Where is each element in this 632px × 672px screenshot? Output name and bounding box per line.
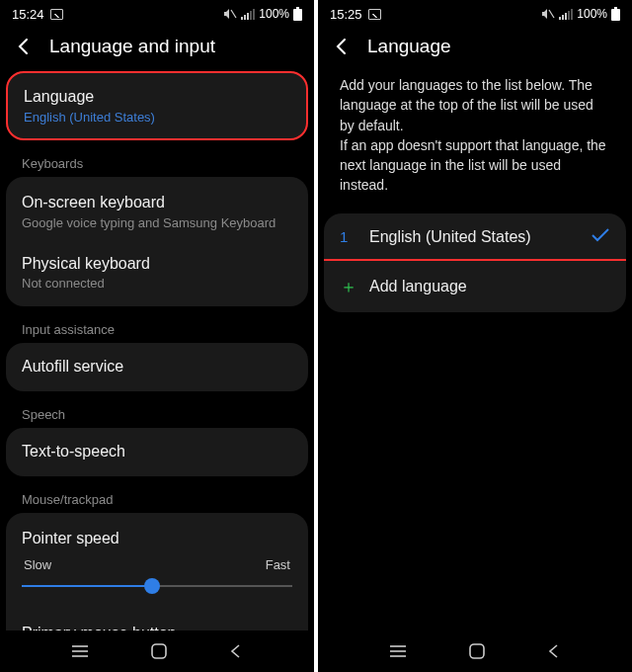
svg-rect-7 xyxy=(296,7,299,9)
add-language-label: Add language xyxy=(369,278,467,295)
row-title: Primary mouse button xyxy=(22,624,292,630)
section-speech: Speech xyxy=(6,397,308,428)
battery-icon xyxy=(293,7,302,21)
section-mouse: Mouse/trackpad xyxy=(6,482,308,513)
mute-icon xyxy=(541,8,555,20)
header: Language xyxy=(318,28,632,71)
tts-row[interactable]: Text-to-speech xyxy=(6,428,308,476)
battery-icon xyxy=(611,7,620,21)
signal-icon xyxy=(559,9,573,20)
language-name: English (United States) xyxy=(369,228,531,246)
row-title: Physical keyboard xyxy=(22,254,292,275)
page-title: Language and input xyxy=(49,36,215,57)
row-sub: Google voice typing and Samsung Keyboard xyxy=(22,215,292,230)
svg-rect-16 xyxy=(568,11,570,20)
page-title: Language xyxy=(367,36,451,57)
nav-bar xyxy=(0,630,314,672)
pointer-slider[interactable] xyxy=(22,576,292,596)
home-icon[interactable] xyxy=(468,642,486,660)
signal-icon xyxy=(241,9,255,20)
header: Language and input xyxy=(0,28,314,71)
svg-rect-4 xyxy=(250,11,252,20)
row-title: Autofill service xyxy=(22,357,292,378)
mouse-card: Pointer speed Slow Fast Primary mouse bu… xyxy=(6,513,308,630)
physical-keyboard-row[interactable]: Physical keyboard Not connected xyxy=(22,242,292,294)
svg-rect-5 xyxy=(253,9,255,20)
section-input-assistance: Input assistance xyxy=(6,312,308,343)
pointer-speed-row[interactable]: Pointer speed Slow Fast xyxy=(22,527,292,608)
add-language-row[interactable]: ＋ Add language xyxy=(324,259,626,312)
row-title: On-screen keyboard xyxy=(22,193,292,213)
slider-fast-label: Fast xyxy=(266,557,290,572)
onscreen-keyboard-row[interactable]: On-screen keyboard Google voice typing a… xyxy=(22,191,292,242)
status-time: 15:25 xyxy=(330,7,362,22)
battery-text: 100% xyxy=(577,7,607,21)
language-list: 1 English (United States) ＋ Add language xyxy=(324,213,626,312)
svg-rect-19 xyxy=(614,7,617,9)
svg-rect-2 xyxy=(244,15,246,20)
row-title: Language xyxy=(24,87,290,108)
primary-mouse-button-row[interactable]: Primary mouse button Left xyxy=(22,608,292,630)
battery-text: 100% xyxy=(259,7,289,21)
nav-bar xyxy=(318,630,632,672)
row-sub: Not connected xyxy=(22,276,292,291)
autofill-row[interactable]: Autofill service xyxy=(6,343,308,391)
status-icons: 100% xyxy=(541,7,620,21)
svg-line-0 xyxy=(231,10,236,18)
recents-icon[interactable] xyxy=(70,644,90,658)
svg-rect-14 xyxy=(562,15,564,20)
row-title: Text-to-speech xyxy=(22,442,292,462)
back-icon[interactable] xyxy=(14,37,34,56)
svg-rect-23 xyxy=(470,644,484,658)
content: Add your languages to the list below. Th… xyxy=(318,71,632,630)
svg-rect-18 xyxy=(611,9,620,21)
check-icon xyxy=(591,227,610,247)
svg-rect-15 xyxy=(565,13,567,20)
status-time: 15:24 xyxy=(12,7,44,22)
language-row[interactable]: 1 English (United States) xyxy=(324,213,626,261)
svg-line-12 xyxy=(549,10,554,18)
svg-rect-6 xyxy=(293,9,302,21)
screenshot-language-and-input: 15:24 100% Language and input Language E… xyxy=(0,0,314,672)
plus-icon: ＋ xyxy=(340,275,354,298)
back-nav-icon[interactable] xyxy=(228,643,244,659)
svg-rect-11 xyxy=(152,644,166,658)
language-setting-row[interactable]: Language English (United States) xyxy=(6,71,308,140)
svg-rect-1 xyxy=(241,17,243,20)
status-bar: 15:25 100% xyxy=(318,0,632,28)
status-icons: 100% xyxy=(223,7,302,21)
slider-slow-label: Slow xyxy=(24,557,51,572)
screenshot-icon xyxy=(50,9,63,20)
screenshot-language-list: 15:25 100% Language Add your languages t… xyxy=(318,0,632,672)
language-index: 1 xyxy=(340,228,354,245)
description-text: Add your languages to the list below. Th… xyxy=(324,71,626,213)
row-title: Pointer speed xyxy=(22,529,292,549)
screenshot-icon xyxy=(368,9,381,20)
svg-rect-13 xyxy=(559,17,561,20)
mute-icon xyxy=(223,8,237,20)
svg-rect-17 xyxy=(571,9,573,20)
keyboards-card: On-screen keyboard Google voice typing a… xyxy=(6,177,308,307)
svg-rect-3 xyxy=(247,13,249,20)
home-icon[interactable] xyxy=(150,642,168,660)
section-keyboards: Keyboards xyxy=(6,146,308,177)
recents-icon[interactable] xyxy=(388,644,408,658)
back-icon[interactable] xyxy=(332,37,352,56)
row-sub: English (United States) xyxy=(24,110,290,125)
status-bar: 15:24 100% xyxy=(0,0,314,28)
back-nav-icon[interactable] xyxy=(546,643,562,659)
settings-list: Language English (United States) Keyboar… xyxy=(0,71,314,630)
